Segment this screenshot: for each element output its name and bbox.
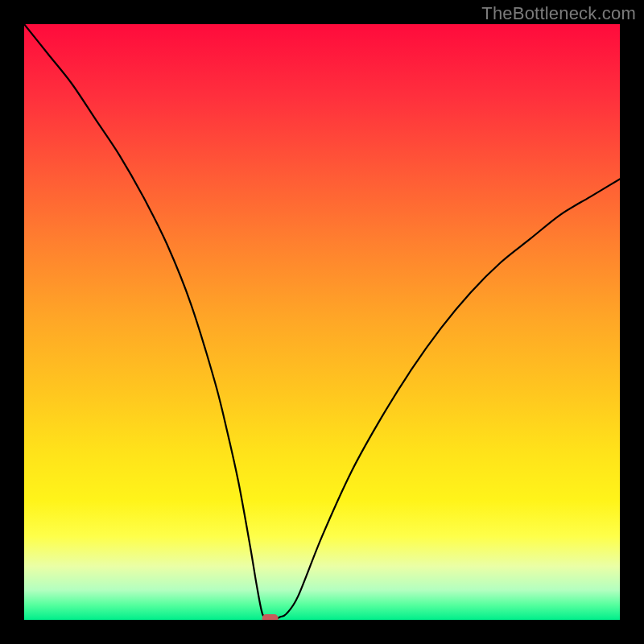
- plot-area: [24, 24, 620, 620]
- chart-frame: TheBottleneck.com: [0, 0, 644, 644]
- bottleneck-curve: [24, 24, 620, 620]
- curve-svg: [24, 24, 620, 620]
- watermark-text: TheBottleneck.com: [481, 3, 636, 24]
- optimum-marker: [262, 614, 279, 620]
